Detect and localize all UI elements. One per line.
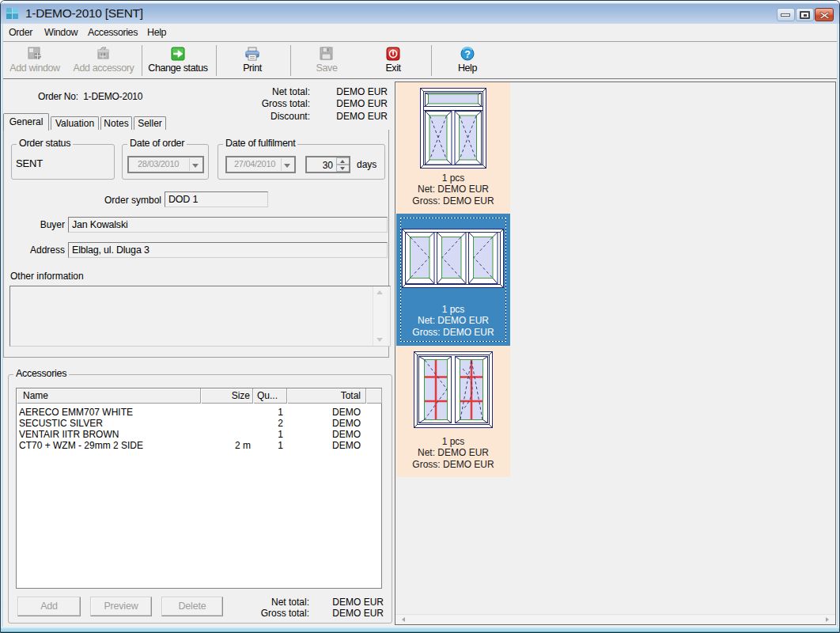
svg-text:?: ? [464,49,471,60]
